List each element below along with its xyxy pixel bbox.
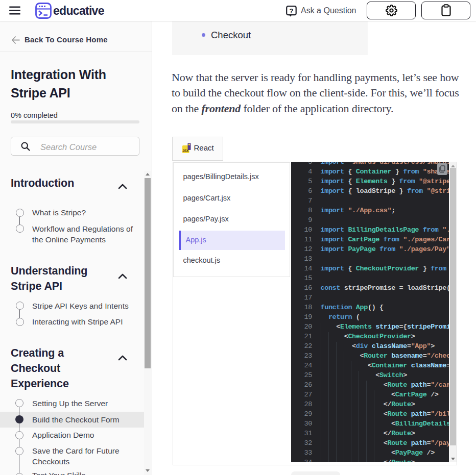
svg-text:?: ? [290, 7, 294, 15]
svg-text:JSX: JSX [182, 148, 189, 152]
